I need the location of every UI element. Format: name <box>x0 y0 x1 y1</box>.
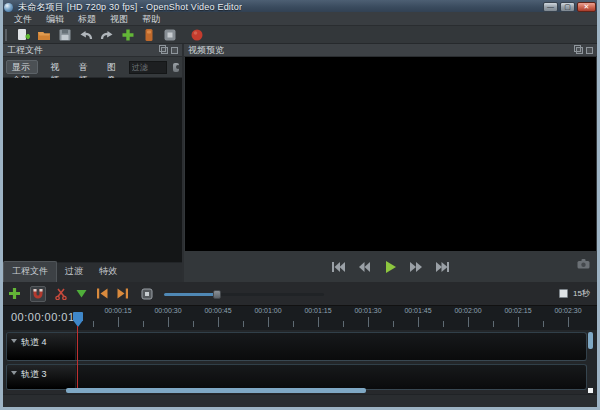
ruler-tick-major <box>368 317 369 327</box>
timeline-ruler[interactable]: 00:00:00:01 00:00:1500:00:3000:00:4500:0… <box>3 305 597 330</box>
filter-input[interactable] <box>129 61 167 74</box>
filter-video-button[interactable]: 视频 <box>44 60 66 74</box>
track-row[interactable]: 轨道 4 <box>6 332 587 361</box>
ruler-tick-label: 00:01:00 <box>246 307 290 314</box>
track-row[interactable]: 轨道 3 <box>6 364 587 390</box>
slider-handle[interactable] <box>213 290 221 299</box>
export-video-icon[interactable] <box>189 27 205 42</box>
rewind-icon[interactable] <box>358 262 372 272</box>
ruler-tick-major <box>568 317 569 327</box>
float-panel-icon[interactable] <box>576 47 583 54</box>
ruler-tick-minor <box>393 321 394 327</box>
menu-title[interactable]: 标题 <box>71 12 103 26</box>
vertical-scrollbar[interactable] <box>588 332 593 349</box>
menu-help[interactable]: 帮助 <box>135 12 167 26</box>
tracks-area: 轨道 4 轨道 3 <box>3 330 597 389</box>
main-toolbar <box>3 26 597 44</box>
ruler-tick-minor <box>243 321 244 327</box>
filter-audio-button[interactable]: 音频 <box>72 60 94 74</box>
playhead-line[interactable] <box>77 326 78 388</box>
add-track-icon[interactable] <box>8 287 21 300</box>
undo-icon[interactable] <box>78 27 94 42</box>
next-marker-icon[interactable] <box>117 288 129 299</box>
video-preview-title: 视频预览 <box>188 44 224 57</box>
ruler-tick-major <box>268 317 269 327</box>
minimize-button[interactable]: — <box>543 2 558 12</box>
maximize-button[interactable]: ▢ <box>560 2 575 12</box>
zoom-scale-label: 15秒 <box>573 288 590 299</box>
zoom-scale-checkbox[interactable] <box>559 289 568 298</box>
razor-icon[interactable] <box>55 288 67 300</box>
fullscreen-icon[interactable] <box>162 27 178 42</box>
slider-fill <box>164 293 217 296</box>
previous-marker-icon[interactable] <box>96 288 108 299</box>
ruler-tick-minor <box>493 321 494 327</box>
horizontal-scrollbar[interactable] <box>66 388 366 393</box>
track-label: 轨道 4 <box>21 336 47 349</box>
center-playhead-icon[interactable] <box>141 288 153 300</box>
add-marker-icon[interactable] <box>76 289 87 298</box>
ruler-tick-major <box>468 317 469 327</box>
ruler-tick-minor <box>443 321 444 327</box>
ruler-tick-minor <box>293 321 294 327</box>
tab-effects[interactable]: 特效 <box>91 262 125 282</box>
close-panel-icon[interactable] <box>171 47 178 54</box>
track-header[interactable]: 轨道 3 <box>7 365 76 389</box>
open-project-icon[interactable] <box>36 27 52 42</box>
openshot-window: 未命名项目 [HD 720p 30 fps] - OpenShot Video … <box>0 0 600 410</box>
ruler-tick-label: 00:02:30 <box>546 307 590 314</box>
menu-edit[interactable]: 编辑 <box>39 12 71 26</box>
timeline-zoom-slider[interactable] <box>164 288 324 300</box>
current-time: 00:00:00:01 <box>11 311 75 323</box>
video-preview-panel: 视频预览 <box>184 44 597 282</box>
toolbar-grip[interactable] <box>5 29 8 41</box>
ruler-tick-label: 00:00:15 <box>96 307 140 314</box>
ruler-tick-minor <box>543 321 544 327</box>
save-project-icon[interactable] <box>57 27 73 42</box>
video-preview-header: 视频预览 <box>184 44 597 57</box>
fast-forward-icon[interactable] <box>409 262 423 272</box>
camera-icon[interactable] <box>577 255 590 273</box>
video-preview-screen[interactable] <box>185 57 596 251</box>
close-button[interactable]: ✕ <box>577 2 596 12</box>
resize-grip[interactable] <box>588 388 593 393</box>
dock-tab-bar: 工程文件 过渡 特效 <box>3 262 182 282</box>
menu-view[interactable]: 视图 <box>103 12 135 26</box>
track-label: 轨道 3 <box>21 368 47 381</box>
snapping-icon[interactable] <box>30 286 46 302</box>
track-header[interactable]: 轨道 4 <box>7 333 76 360</box>
clear-filter-icon[interactable] <box>173 63 179 72</box>
transport-controls <box>184 251 597 282</box>
track-menu-icon[interactable] <box>11 371 17 375</box>
play-icon[interactable] <box>385 261 396 273</box>
jump-end-icon[interactable] <box>436 262 450 272</box>
timeline-panel: 15秒 00:00:00:01 00:00:1500:00:3000:00:45… <box>3 282 597 407</box>
ruler-tick-label: 00:02:00 <box>446 307 490 314</box>
filter-show-all-button[interactable]: 显示全部 <box>6 60 38 74</box>
ruler-tick-minor <box>193 321 194 327</box>
ruler-tick-label: 00:00:45 <box>196 307 240 314</box>
ruler-tick-major <box>168 317 169 327</box>
redo-icon[interactable] <box>99 27 115 42</box>
close-panel-icon[interactable] <box>586 47 593 54</box>
track-menu-icon[interactable] <box>11 339 17 343</box>
tab-transitions[interactable]: 过渡 <box>57 262 91 282</box>
new-project-icon[interactable] <box>15 27 31 42</box>
dock-area: 工程文件 显示全部 视频 音频 图像 工程文件 过渡 特效 <box>3 44 597 282</box>
playhead-marker-icon[interactable] <box>73 312 83 327</box>
ruler-tick-minor <box>143 321 144 327</box>
jump-start-icon[interactable] <box>331 262 345 272</box>
app-logo-icon <box>4 3 13 12</box>
ruler-tick-label: 00:01:30 <box>346 307 390 314</box>
menu-bar: 文件 编辑 标题 视图 帮助 <box>3 12 597 26</box>
menu-file[interactable]: 文件 <box>7 12 39 26</box>
ruler-tick-major <box>418 317 419 327</box>
tab-project-files[interactable]: 工程文件 <box>3 261 57 282</box>
ruler-tick-label: 00:01:45 <box>396 307 440 314</box>
ruler-tick-label: 00:01:15 <box>296 307 340 314</box>
filter-image-button[interactable]: 图像 <box>101 60 123 74</box>
project-files-list[interactable] <box>3 78 182 262</box>
float-panel-icon[interactable] <box>161 47 168 54</box>
choose-profile-icon[interactable] <box>141 27 157 42</box>
import-files-icon[interactable] <box>120 27 136 42</box>
